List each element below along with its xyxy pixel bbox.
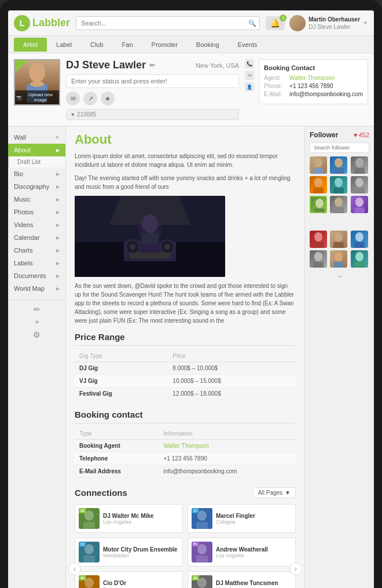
- profile-photo: 📷 Upload new image: [14, 59, 60, 105]
- all-pages-button[interactable]: All Pages ▼: [253, 487, 296, 498]
- svg-point-57: [335, 252, 343, 261]
- follower-avatar-11[interactable]: [330, 231, 347, 248]
- follower-avatar-3[interactable]: [351, 156, 368, 174]
- connection-location: Munich: [216, 586, 278, 589]
- search-bar: 🔍: [76, 16, 260, 30]
- follower-avatar-13[interactable]: [310, 250, 327, 268]
- screen: L Labbler 🔍 🔔 1 Martin Oberhauser DJ Ste…: [8, 10, 374, 588]
- connection-card[interactable]: Cl Marcel Fingler Cologne: [188, 504, 296, 533]
- svg-rect-42: [354, 188, 365, 193]
- table-row: VJ Gig10.000$ – 15.000$: [75, 375, 296, 388]
- follower-search-input[interactable]: [310, 143, 369, 153]
- carousel-next-button[interactable]: ›: [289, 563, 302, 575]
- tab-events[interactable]: Events: [229, 38, 267, 52]
- follower-grid-row2: [310, 176, 369, 193]
- sidebar-item-music[interactable]: Music ▶: [8, 193, 65, 206]
- booking-contact-title: Booking Contact: [264, 64, 363, 71]
- svg-rect-36: [354, 168, 365, 174]
- follower-avatar-9[interactable]: [351, 196, 368, 213]
- svg-rect-52: [333, 242, 344, 248]
- tab-artist[interactable]: Artist: [14, 38, 47, 52]
- about-title: About: [75, 132, 296, 147]
- follower-avatar-1[interactable]: [310, 156, 327, 174]
- connection-card[interactable]: Cl Motor City Drum Ensemble Wiesbaden: [75, 538, 183, 567]
- follower-avatar-4[interactable]: [310, 176, 327, 193]
- connection-card[interactable]: Al DJ Matthew Tuncsmen Munich: [188, 571, 296, 588]
- follower-avatar-6[interactable]: [351, 176, 368, 193]
- arrow-icon: ▶: [56, 248, 60, 253]
- settings-action-icon[interactable]: ⚙: [33, 330, 41, 339]
- sidebar-item-documents[interactable]: Documents ▶: [8, 269, 65, 282]
- sidebar-item-calendar[interactable]: Calendar ▶: [8, 231, 65, 244]
- tab-club[interactable]: Club: [81, 38, 113, 52]
- follower-avatar-12[interactable]: [351, 231, 368, 248]
- sidebar-sub-draft[interactable]: Draft List: [8, 156, 65, 167]
- edit-icon[interactable]: ✏: [149, 61, 155, 70]
- svg-point-31: [314, 158, 322, 167]
- svg-point-37: [314, 178, 322, 187]
- upload-photo-button[interactable]: 📷 Upload new image: [15, 90, 59, 104]
- top-right: 🔔 1 Martin Oberhauser DJ Steve Lawler ▼: [266, 15, 368, 31]
- booking-col1-header: Type: [75, 428, 159, 440]
- svg-point-49: [314, 232, 322, 242]
- search-input[interactable]: [76, 16, 260, 30]
- connection-card[interactable]: Al DJ Walter Mc Mike Los Angeles: [75, 504, 183, 533]
- svg-rect-14: [141, 233, 159, 244]
- sidebar-item-discography[interactable]: Discography ▶: [8, 180, 65, 193]
- mail-icon: ✉: [245, 71, 254, 80]
- arrow-icon: ▶: [56, 273, 60, 279]
- agent-label: Agent:: [264, 75, 286, 81]
- tab-fan[interactable]: Fan: [113, 38, 142, 52]
- svg-rect-44: [314, 209, 325, 213]
- arrow-icon: ▶: [56, 148, 60, 153]
- follower-avatar-2[interactable]: [330, 156, 347, 174]
- follower-avatar-14[interactable]: [330, 250, 347, 268]
- follower-avatar-5[interactable]: [330, 176, 347, 193]
- sidebar-item-about[interactable]: About ▶: [8, 144, 65, 156]
- booking-contact-section-title: Booking contact: [75, 410, 296, 423]
- svg-rect-58: [333, 262, 344, 268]
- profile-status-input[interactable]: [66, 74, 239, 88]
- arrow-icon: ▶: [56, 222, 60, 228]
- sidebar-wall-dropdown[interactable]: Wall ▼: [8, 131, 65, 144]
- sidebar-item-labels[interactable]: Labels ▶: [8, 257, 65, 269]
- follower-avatar-10[interactable]: [310, 231, 327, 248]
- sidebar-item-photos[interactable]: Photos ▶: [8, 206, 65, 218]
- carousel-prev-button[interactable]: ‹: [68, 563, 81, 575]
- booking-agent-link[interactable]: Walter Thompson: [163, 443, 208, 449]
- likes-button[interactable]: ♥ 210085: [66, 109, 239, 120]
- price-range-table: Gig Type Price DJ Gig8.000$ – 10.000$VJ …: [75, 350, 296, 400]
- connection-card[interactable]: Al Cio D'Or Paris: [75, 571, 183, 588]
- sidebar-item-worldmap[interactable]: World Map ▶: [8, 282, 65, 295]
- sidebar-item-videos[interactable]: Videos ▶: [8, 218, 65, 231]
- follower-heart: ♥ 452: [354, 132, 369, 138]
- booking-type: Telephone: [75, 452, 159, 465]
- sidebar-item-charts[interactable]: Charts ▶: [8, 244, 65, 257]
- add-action-icon[interactable]: ＋: [33, 317, 41, 327]
- gig-type: VJ Gig: [75, 375, 168, 388]
- green-corner: [15, 60, 28, 73]
- star-icon[interactable]: ★: [101, 92, 115, 105]
- tab-promoter[interactable]: Promoter: [142, 38, 187, 52]
- agent-link[interactable]: Walter Thompson: [289, 75, 335, 81]
- connection-badge: Al: [192, 575, 199, 580]
- followers-chevron-down-icon[interactable]: ⌄: [336, 270, 343, 279]
- user-chevron-icon[interactable]: ▼: [363, 20, 368, 26]
- phone-icon: 📞: [245, 59, 254, 68]
- envelope-icon[interactable]: ✉: [66, 92, 80, 105]
- follower-avatar-7[interactable]: DJ Aptos Tein San Francisco: [310, 196, 327, 213]
- follower-avatar-15[interactable]: [351, 250, 368, 268]
- sidebar-item-bio[interactable]: Bio ▶: [8, 167, 65, 180]
- follower-avatar-8[interactable]: [330, 196, 347, 213]
- tab-label[interactable]: Label: [47, 38, 81, 52]
- connection-avatar: Al: [192, 575, 212, 588]
- edit-action-icon[interactable]: ✏: [34, 305, 41, 314]
- connection-name: Marcel Fingler: [216, 513, 255, 519]
- tab-booking[interactable]: Booking: [187, 38, 229, 52]
- connection-card[interactable]: Pr Andrew Weatherall Los Angeles: [188, 538, 296, 567]
- heart-icon: ♥: [354, 132, 358, 138]
- chevron-down-icon: ▼: [55, 135, 60, 140]
- booking-col2-header: Information: [159, 428, 296, 440]
- notification-bell[interactable]: 🔔 1: [266, 16, 285, 30]
- share-icon[interactable]: ↗: [83, 92, 97, 105]
